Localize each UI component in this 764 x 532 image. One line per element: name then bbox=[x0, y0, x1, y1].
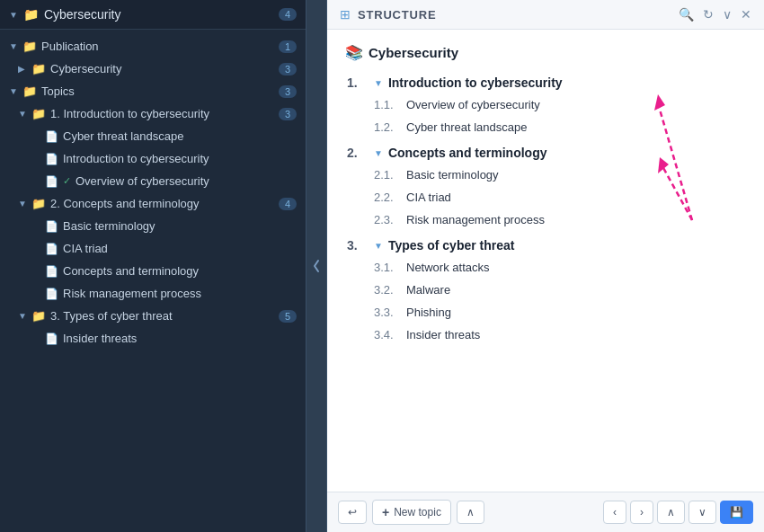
subitem-label: Network attacks bbox=[406, 261, 489, 274]
structure-section-2: 2. ▼ Concepts and terminology 2.1. Basic… bbox=[345, 142, 746, 231]
tree-item-intro-doc[interactable]: 📄 Introduction to cybersecurity bbox=[0, 147, 306, 170]
tree-item-cia[interactable]: 📄 CIA triad bbox=[0, 237, 306, 260]
tree-item-insider[interactable]: 📄 Insider threats bbox=[0, 327, 306, 350]
tree-item-types[interactable]: ▼ 📁 3. Types of cyber threat 5 bbox=[0, 305, 306, 327]
subitem-label: CIA triad bbox=[406, 191, 451, 204]
tree-item-cyber-threat[interactable]: 📄 Cyber threat landscape bbox=[0, 125, 306, 147]
section-2-header[interactable]: 2. ▼ Concepts and terminology bbox=[345, 142, 746, 164]
tree-item-basic-terminology[interactable]: 📄 Basic terminology bbox=[0, 215, 306, 237]
document-icon: 📄 bbox=[45, 130, 58, 143]
structure-title: STRUCTURE bbox=[358, 8, 671, 22]
section-label: Concepts and terminology bbox=[388, 146, 547, 160]
subitem-3-4[interactable]: 3.4. Insider threats bbox=[345, 324, 746, 346]
header-icons: 🔍 ↻ ∨ ✕ bbox=[679, 7, 751, 22]
expand-button[interactable]: ∧ bbox=[457, 501, 484, 524]
tree-label: Concepts and terminology bbox=[63, 264, 297, 278]
tree-badge: 1 bbox=[279, 40, 297, 53]
save-button[interactable]: 💾 bbox=[720, 501, 753, 524]
section-1-header[interactable]: 1. ▼ Introduction to cybersecurity bbox=[345, 72, 746, 93]
subitem-num: 2.1. bbox=[374, 168, 401, 182]
nav-next-button[interactable]: › bbox=[630, 501, 653, 524]
subitem-1-2[interactable]: 1.2. Cyber threat landscape bbox=[345, 116, 746, 138]
folder-icon: 📁 bbox=[23, 7, 39, 22]
left-header: ▼ 📁 Cybersecurity 4 bbox=[0, 0, 306, 30]
subitem-2-1[interactable]: 2.1. Basic terminology bbox=[345, 164, 746, 186]
collapse-arrow-icon: ▼ bbox=[374, 241, 383, 251]
subitem-num: 2.3. bbox=[374, 213, 401, 226]
subitem-2-2[interactable]: 2.2. CIA triad bbox=[345, 186, 746, 208]
collapse-panel-button[interactable] bbox=[306, 0, 327, 532]
arrow-icon: ▼ bbox=[9, 86, 18, 96]
nav-up-icon: ∧ bbox=[667, 506, 675, 519]
subitem-2-3[interactable]: 2.3. Risk management process bbox=[345, 208, 746, 231]
tree-item-risk[interactable]: 📄 Risk management process bbox=[0, 282, 306, 305]
tree-badge: 3 bbox=[279, 108, 297, 120]
folder-icon: 📁 bbox=[22, 84, 37, 98]
tree-label: Publication bbox=[41, 40, 274, 53]
new-topic-label: New topic bbox=[394, 506, 441, 519]
section-3-header[interactable]: 3. ▼ Types of cyber threat bbox=[345, 235, 746, 256]
bottom-toolbar: ↩ + New topic ∧ ‹ › ∧ ∨ bbox=[327, 492, 764, 532]
folder-icon: 📁 bbox=[31, 62, 46, 75]
tree-label: 3. Types of cyber threat bbox=[50, 309, 274, 323]
tree-item-topics[interactable]: ▼ 📁 Topics 3 bbox=[0, 80, 306, 102]
expand-arrow-icon: ▼ bbox=[9, 10, 18, 20]
subitem-3-2[interactable]: 3.2. Malware bbox=[345, 279, 746, 301]
nav-up-button[interactable]: ∧ bbox=[657, 501, 685, 524]
subitem-label: Phishing bbox=[406, 306, 451, 319]
arrow-icon: ▼ bbox=[18, 199, 27, 208]
tree-badge: 5 bbox=[279, 310, 297, 323]
tree-badge: 3 bbox=[279, 85, 297, 98]
section-num: 1. bbox=[347, 75, 369, 90]
refresh-icon[interactable]: ↻ bbox=[703, 7, 714, 22]
subitem-label: Malware bbox=[406, 283, 450, 297]
document-icon: 📄 bbox=[45, 265, 58, 278]
plus-icon: + bbox=[382, 505, 389, 519]
arrow-icon: ▼ bbox=[9, 41, 18, 51]
left-panel-badge: 4 bbox=[279, 8, 297, 21]
new-topic-button[interactable]: + New topic bbox=[372, 500, 451, 525]
subitem-3-1[interactable]: 3.1. Network attacks bbox=[345, 256, 746, 279]
undo-icon: ↩ bbox=[348, 506, 357, 519]
subitem-num: 1.2. bbox=[374, 120, 401, 134]
right-content: 📚 Cybersecurity 1. ▼ Introduction to cyb… bbox=[327, 30, 764, 492]
tree-item-publication[interactable]: ▼ 📁 Publication 1 bbox=[0, 35, 306, 58]
tree-item-cybersecurity-sub[interactable]: ▶ 📁 Cybersecurity 3 bbox=[0, 58, 306, 80]
nav-prev-button[interactable]: ‹ bbox=[603, 501, 626, 524]
nav-down-button[interactable]: ∨ bbox=[688, 501, 716, 524]
collapse-arrow-icon: ▼ bbox=[374, 148, 383, 158]
folder-icon: 📁 bbox=[31, 197, 46, 210]
expand-icon: ∧ bbox=[466, 506, 475, 519]
subitem-1-1[interactable]: 1.1. Overview of cybersecurity bbox=[345, 93, 746, 116]
nav-next-icon: › bbox=[640, 506, 644, 519]
tree-badge: 4 bbox=[279, 198, 297, 210]
tree-item-concepts[interactable]: ▼ 📁 2. Concepts and terminology 4 bbox=[0, 192, 306, 215]
structure-icon: ⊞ bbox=[340, 7, 351, 22]
section-label: Types of cyber threat bbox=[388, 238, 515, 253]
close-icon[interactable]: ✕ bbox=[741, 7, 751, 22]
collapse-arrow-icon: ▼ bbox=[374, 78, 383, 88]
right-panel: ⊞ STRUCTURE 🔍 ↻ ∨ ✕ 📚 Cybersecurity 1. ▼ bbox=[327, 0, 764, 532]
folder-icon: 📁 bbox=[22, 40, 37, 53]
right-panel-wrapper: ⊞ STRUCTURE 🔍 ↻ ∨ ✕ 📚 Cybersecurity 1. ▼ bbox=[327, 0, 764, 532]
subitem-label: Insider threats bbox=[406, 328, 480, 341]
subitem-label: Basic terminology bbox=[406, 168, 499, 182]
tree-item-intro[interactable]: ▼ 📁 1. Introduction to cybersecurity 3 bbox=[0, 102, 306, 125]
undo-button[interactable]: ↩ bbox=[338, 501, 367, 524]
section-num: 2. bbox=[347, 146, 369, 160]
nav-down-icon: ∨ bbox=[698, 506, 706, 519]
tree-label: CIA triad bbox=[63, 242, 297, 255]
document-icon: 📄 bbox=[45, 153, 58, 165]
arrow-icon: ▼ bbox=[18, 109, 27, 119]
chevron-icon[interactable]: ∨ bbox=[723, 7, 732, 22]
search-icon[interactable]: 🔍 bbox=[679, 7, 694, 22]
tree-label: Risk management process bbox=[63, 287, 297, 300]
document-icon: 📄 bbox=[45, 243, 58, 255]
tree-item-concepts-doc[interactable]: 📄 Concepts and terminology bbox=[0, 260, 306, 282]
nav-prev-icon: ‹ bbox=[613, 506, 617, 519]
arrow-icon: ▶ bbox=[18, 64, 27, 74]
subitem-3-3[interactable]: 3.3. Phishing bbox=[345, 301, 746, 324]
subitem-num: 3.1. bbox=[374, 261, 401, 274]
tree-label: Introduction to cybersecurity bbox=[63, 152, 297, 165]
tree-item-overview[interactable]: 📄 ✓ Overview of cybersecurity bbox=[0, 170, 306, 192]
